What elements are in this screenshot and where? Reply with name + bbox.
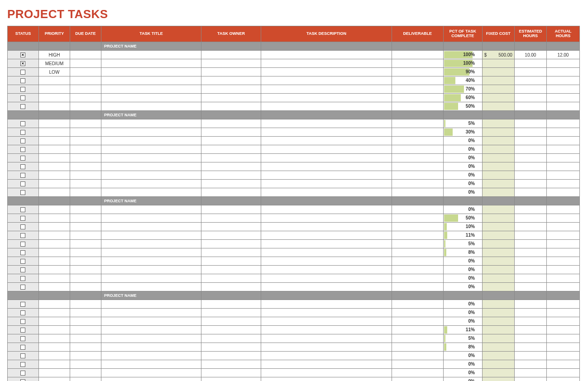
task-title-cell[interactable] [101, 326, 201, 334]
deliverable-cell[interactable] [392, 94, 444, 102]
deliverable-cell[interactable] [392, 317, 444, 326]
task-title-cell[interactable] [101, 162, 201, 171]
deliverable-cell[interactable] [392, 231, 444, 240]
status-cell[interactable] [8, 128, 39, 137]
estimated-hours-cell[interactable] [514, 240, 546, 248]
task-description-cell[interactable] [261, 205, 392, 214]
due-date-cell[interactable] [70, 128, 101, 137]
estimated-hours-cell[interactable] [514, 300, 546, 309]
pct-complete-cell[interactable]: 0% [443, 266, 482, 274]
estimated-hours-cell[interactable] [514, 85, 546, 94]
status-checkbox[interactable] [20, 302, 25, 307]
deliverable-cell[interactable] [392, 76, 444, 85]
fixed-cost-cell[interactable] [482, 369, 514, 377]
fixed-cost-cell[interactable] [482, 102, 514, 111]
due-date-cell[interactable] [70, 76, 101, 85]
deliverable-cell[interactable] [392, 343, 444, 352]
actual-hours-cell[interactable] [546, 154, 579, 162]
status-cell[interactable] [8, 317, 39, 326]
deliverable-cell[interactable] [392, 369, 444, 377]
task-owner-cell[interactable] [201, 180, 261, 188]
deliverable-cell[interactable] [392, 119, 444, 128]
actual-hours-cell[interactable] [546, 137, 579, 145]
status-checkbox[interactable] [20, 70, 25, 75]
actual-hours-cell[interactable] [546, 145, 579, 154]
deliverable-cell[interactable] [392, 283, 444, 291]
due-date-cell[interactable] [70, 214, 101, 223]
status-checkbox[interactable] [20, 319, 25, 324]
status-cell[interactable] [8, 119, 39, 128]
estimated-hours-cell[interactable]: 10.00 [514, 51, 546, 59]
estimated-hours-cell[interactable] [514, 223, 546, 231]
estimated-hours-cell[interactable] [514, 180, 546, 188]
fixed-cost-cell[interactable] [482, 188, 514, 197]
priority-cell[interactable] [38, 180, 70, 188]
task-owner-cell[interactable] [201, 343, 261, 352]
task-description-cell[interactable] [261, 68, 392, 76]
deliverable-cell[interactable] [392, 360, 444, 369]
estimated-hours-cell[interactable] [514, 248, 546, 257]
due-date-cell[interactable] [70, 309, 101, 317]
due-date-cell[interactable] [70, 248, 101, 257]
task-description-cell[interactable] [261, 94, 392, 102]
priority-cell[interactable] [38, 119, 70, 128]
fixed-cost-cell[interactable] [482, 300, 514, 309]
estimated-hours-cell[interactable] [514, 369, 546, 377]
estimated-hours-cell[interactable] [514, 68, 546, 76]
actual-hours-cell[interactable] [546, 180, 579, 188]
task-title-cell[interactable] [101, 59, 201, 68]
task-owner-cell[interactable] [201, 171, 261, 180]
status-cell[interactable] [8, 205, 39, 214]
fixed-cost-cell[interactable] [482, 85, 514, 94]
status-cell[interactable] [8, 171, 39, 180]
task-description-cell[interactable] [261, 214, 392, 223]
due-date-cell[interactable] [70, 283, 101, 291]
pct-complete-cell[interactable]: 50% [443, 102, 482, 111]
task-description-cell[interactable] [261, 360, 392, 369]
deliverable-cell[interactable] [392, 248, 444, 257]
estimated-hours-cell[interactable] [514, 343, 546, 352]
task-owner-cell[interactable] [201, 51, 261, 59]
pct-complete-cell[interactable]: 8% [443, 248, 482, 257]
status-checkbox[interactable] [20, 216, 25, 221]
task-description-cell[interactable] [261, 119, 392, 128]
status-checkbox[interactable] [20, 173, 25, 178]
fixed-cost-cell[interactable] [482, 154, 514, 162]
priority-cell[interactable] [38, 102, 70, 111]
status-cell[interactable] [8, 180, 39, 188]
due-date-cell[interactable] [70, 317, 101, 326]
pct-complete-cell[interactable]: 90% [443, 68, 482, 76]
task-owner-cell[interactable] [201, 119, 261, 128]
task-title-cell[interactable] [101, 317, 201, 326]
priority-cell[interactable] [38, 85, 70, 94]
deliverable-cell[interactable] [392, 352, 444, 360]
status-cell[interactable] [8, 214, 39, 223]
task-description-cell[interactable] [261, 85, 392, 94]
estimated-hours-cell[interactable] [514, 145, 546, 154]
status-checkbox[interactable] [20, 78, 25, 83]
task-title-cell[interactable] [101, 85, 201, 94]
actual-hours-cell[interactable] [546, 85, 579, 94]
estimated-hours-cell[interactable] [514, 76, 546, 85]
status-checkbox[interactable] [20, 130, 25, 135]
pct-complete-cell[interactable]: 10% [443, 223, 482, 231]
task-owner-cell[interactable] [201, 137, 261, 145]
pct-complete-cell[interactable]: 0% [443, 137, 482, 145]
status-checkbox[interactable] [20, 164, 25, 169]
fixed-cost-cell[interactable] [482, 360, 514, 369]
task-title-cell[interactable] [101, 369, 201, 377]
fixed-cost-cell[interactable] [482, 377, 514, 381]
estimated-hours-cell[interactable] [514, 119, 546, 128]
task-owner-cell[interactable] [201, 283, 261, 291]
due-date-cell[interactable] [70, 162, 101, 171]
priority-cell[interactable] [38, 231, 70, 240]
status-cell[interactable] [8, 102, 39, 111]
status-checkbox[interactable] [20, 156, 25, 161]
fixed-cost-cell[interactable] [482, 317, 514, 326]
due-date-cell[interactable] [70, 171, 101, 180]
deliverable-cell[interactable] [392, 309, 444, 317]
actual-hours-cell[interactable] [546, 300, 579, 309]
due-date-cell[interactable] [70, 377, 101, 381]
pct-complete-cell[interactable]: 0% [443, 145, 482, 154]
task-description-cell[interactable] [261, 137, 392, 145]
